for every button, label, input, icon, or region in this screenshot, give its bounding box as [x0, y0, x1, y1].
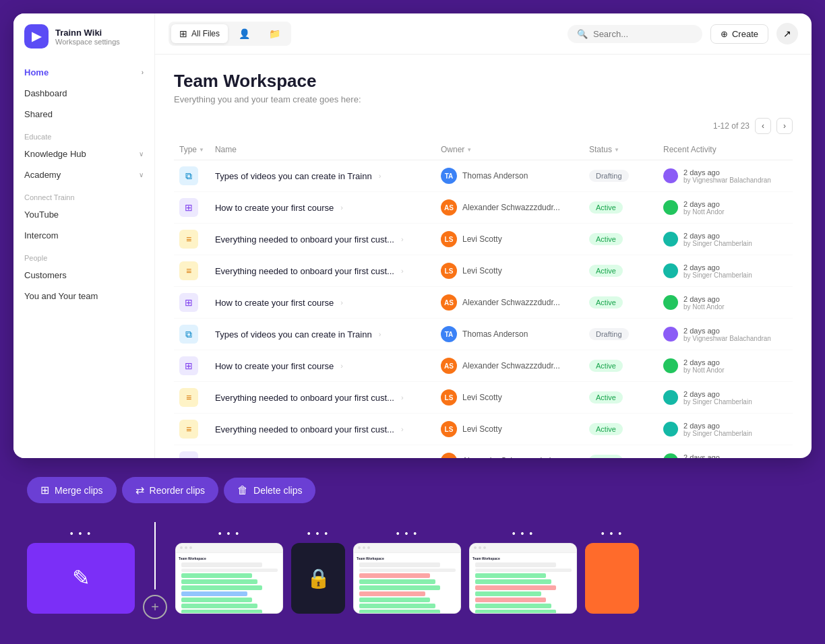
sidebar-item-youtube[interactable]: YouTube [13, 204, 154, 225]
sidebar-item-dashboard[interactable]: Dashboard [13, 83, 154, 104]
clip-6-dots: • • • [601, 528, 623, 539]
type-filter[interactable]: Type [179, 145, 204, 154]
item-name[interactable]: Everything needed to onboard your first … [215, 266, 394, 276]
row-chevron-icon: › [376, 172, 384, 180]
sidebar-item-youtube-label: YouTube [24, 210, 59, 220]
activity-by: by Nott Andor [683, 366, 725, 374]
activity-text: 2 days ago by Singer Chamberlain [683, 390, 752, 406]
col-status: Status [584, 139, 658, 160]
activity-cell: 2 days ago by Nott Andor [658, 192, 793, 224]
activity-time: 2 days ago [683, 263, 752, 271]
owner-name: Thomas Anderson [462, 171, 528, 181]
owner-filter[interactable]: Owner [441, 145, 472, 154]
item-name[interactable]: Everything needed to onboard your first … [215, 424, 394, 434]
item-name[interactable]: Everything needed to onboard your first … [215, 234, 394, 245]
edit-icon: ✎ [72, 565, 90, 591]
clip-item-5: • • • Team Workspace [469, 528, 577, 614]
tab-people[interactable]: 👤 [231, 24, 258, 43]
sidebar-item-shared[interactable]: Shared [13, 104, 154, 125]
activity-text: 2 days ago by Nott Andor [683, 200, 725, 216]
activity-avatar [663, 390, 678, 405]
activity-avatar [663, 295, 678, 310]
delete-icon: 🗑 [237, 484, 248, 496]
owner-cell: TA Thomas Anderson [435, 160, 584, 192]
item-name[interactable]: Everything needed to onboard your first … [215, 393, 394, 403]
search-bar[interactable]: 🔍 [568, 25, 702, 43]
type-icon: ≡ [179, 388, 198, 407]
reorder-clips-button[interactable]: ⇄ Reorder clips [122, 477, 218, 503]
divider-add: + [143, 522, 167, 619]
status-cell: Active [584, 224, 658, 255]
owner-name: Levi Scotty [462, 234, 502, 244]
tab-folder[interactable]: 📁 [261, 24, 288, 43]
logo-text: Trainn Wiki Workspace settings [55, 28, 120, 46]
data-table: Type Name Owner Status Recent Act [174, 139, 793, 458]
vertical-divider [154, 522, 156, 589]
search-input[interactable] [593, 29, 693, 39]
pagination-prev[interactable]: ‹ [755, 118, 771, 134]
delete-label: Delete clips [253, 485, 302, 496]
type-cell: ⧉ [174, 160, 210, 192]
sidebar-item-intercom[interactable]: Intercom [13, 225, 154, 246]
logo-title: Trainn Wiki [55, 28, 120, 38]
create-icon: ⊕ [721, 29, 728, 39]
activity-avatar [663, 200, 678, 215]
bottom-toolbar: ⊞ Merge clips ⇄ Reorder clips 🗑 Delete c… [13, 469, 812, 511]
name-cell: Everything needed to onboard your first … [210, 224, 435, 255]
add-clip-button[interactable]: + [143, 595, 167, 619]
item-name[interactable]: Types of videos you can create in Trainn [215, 171, 372, 181]
create-button[interactable]: ⊕ Create [710, 24, 768, 44]
clip-6-thumb[interactable] [585, 543, 639, 614]
owner-cell: LS Levi Scotty [435, 255, 584, 287]
sidebar-item-knowledge-hub[interactable]: Knowledge Hub ∨ [13, 143, 154, 164]
chevron-down-icon-2: ∨ [139, 171, 144, 179]
clip-4-thumb[interactable]: Team Workspace [353, 543, 461, 614]
sidebar-item-team[interactable]: You and Your team [13, 286, 154, 307]
activity-time: 2 days ago [683, 390, 752, 398]
item-name[interactable]: How to create your first course [215, 298, 334, 308]
status-cell: Active [584, 445, 658, 459]
owner-name: Levi Scotty [462, 266, 502, 276]
item-name[interactable]: How to create your first course [215, 456, 334, 459]
header-bar: ⊞ All Files 👤 📁 🔍 [155, 13, 812, 55]
clip-2-thumb[interactable]: Team Workspace [175, 543, 283, 614]
owner-avatar: LS [441, 231, 457, 247]
item-name[interactable]: How to create your first course [215, 203, 334, 213]
activity-avatar [663, 422, 678, 437]
merge-clips-button[interactable]: ⊞ Merge clips [27, 477, 117, 503]
name-cell: Everything needed to onboard your first … [210, 414, 435, 445]
delete-clips-button[interactable]: 🗑 Delete clips [224, 478, 315, 503]
activity-cell: 2 days ago by Singer Chamberlain [658, 382, 793, 414]
table-row: ≡ Everything needed to onboard your firs… [174, 414, 793, 445]
sidebar-logo[interactable]: ▶ Trainn Wiki Workspace settings [13, 24, 154, 62]
sidebar-item-customers[interactable]: Customers [13, 265, 154, 286]
sidebar-item-academy[interactable]: Academy ∨ [13, 164, 154, 185]
item-name[interactable]: Types of videos you can create in Trainn [215, 329, 372, 340]
clips-row: • • • ✎ + • • • Team Workspace [13, 522, 812, 619]
type-icon: ⊞ [179, 293, 198, 312]
owner-name: Alexander Schwazzzdudr... [462, 456, 560, 458]
pagination-next[interactable]: › [776, 118, 793, 134]
owner-name: Alexander Schwazzzdudr... [462, 298, 560, 307]
owner-name: Levi Scotty [462, 393, 502, 402]
clip-1-thumb[interactable]: ✎ [27, 543, 135, 614]
type-icon: ⧉ [179, 166, 198, 185]
item-name[interactable]: How to create your first course [215, 361, 334, 371]
activity-by: by Singer Chamberlain [683, 271, 752, 279]
share-button[interactable]: ↗ [776, 23, 798, 44]
type-icon: ⧉ [179, 325, 198, 344]
share-icon: ↗ [783, 28, 791, 39]
tab-all-files[interactable]: ⊞ All Files [171, 24, 228, 43]
type-cell: ⧉ [174, 319, 210, 350]
activity-by: by Nott Andor [683, 303, 725, 311]
clip-5-thumb[interactable]: Team Workspace [469, 543, 577, 614]
table-row: ⊞ How to create your first course › AS A… [174, 445, 793, 459]
owner-cell: LS Levi Scotty [435, 382, 584, 414]
status-filter[interactable]: Status [589, 145, 619, 154]
clip-3-thumb[interactable]: 🔒 [291, 543, 345, 614]
owner-avatar: LS [441, 263, 457, 279]
sidebar-item-home[interactable]: Home › [13, 62, 154, 83]
clip-2-dots: • • • [218, 528, 240, 539]
activity-cell: 2 days ago by Nott Andor [658, 287, 793, 319]
row-chevron-icon: › [338, 203, 346, 212]
